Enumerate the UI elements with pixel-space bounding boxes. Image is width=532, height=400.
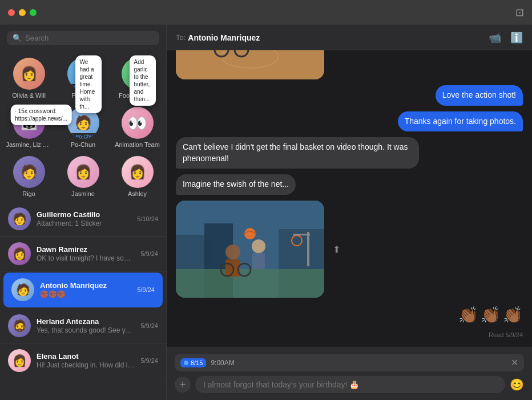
- input-bar-label: 8/15: [191, 359, 203, 366]
- main-layout: 🔍 👩 Olivia & Will We had a great time. H…: [0, 25, 532, 400]
- svg-point-15: [225, 245, 240, 259]
- pinned-avatar-animation-team: 👀: [122, 107, 154, 139]
- svg-rect-22: [307, 232, 309, 266]
- pinned-contact-jasmine2[interactable]: 👩 Jasmine: [57, 153, 110, 201]
- read-receipt: Read 5/9/24: [176, 331, 523, 338]
- pinned-contacts-grid: 👩 Olivia & Will We had a great time. Hom…: [0, 51, 166, 202]
- message-input-row: + 😊: [175, 376, 524, 393]
- pinned-badge-po-chun: Po-Chun: [67, 133, 99, 139]
- conv-date-antonio: 5/9/24: [137, 286, 155, 293]
- conv-info-dawn: Dawn Ramirez OK to visit tonight? I have…: [37, 245, 135, 262]
- close-button[interactable]: [8, 9, 15, 16]
- info-icon[interactable]: ℹ️: [510, 31, 523, 44]
- emoji-picker-icon[interactable]: 😊: [510, 378, 524, 391]
- conv-preview-guillermo: Attachment: 1 Sticker: [37, 219, 131, 227]
- message-outgoing-2: Thanks again for taking photos.: [398, 111, 523, 132]
- message-image-2-wrap: ⬆: [176, 201, 324, 298]
- conv-name-dawn: Dawn Ramirez: [37, 245, 135, 254]
- chat-header-icons: 📹 ℹ️: [489, 31, 523, 44]
- search-input-wrap[interactable]: 🔍: [7, 31, 159, 45]
- conv-date-guillermo: 5/10/24: [137, 215, 158, 222]
- pinned-label-po-chun: Po-Chun: [71, 141, 95, 148]
- add-attachment-button[interactable]: +: [175, 377, 191, 393]
- conv-name-antonio: Antonio Manriquez: [40, 281, 131, 290]
- compose-icon[interactable]: ⊡: [515, 6, 524, 19]
- pinned-contact-penpals[interactable]: We had a great time. Home with th... ✏️ …: [57, 54, 110, 102]
- conversation-item-herland[interactable]: 🧔 Herland Antezana Yes, that sounds good…: [0, 309, 166, 343]
- conv-name-herland: Herland Antezana: [37, 317, 135, 326]
- conv-name-guillermo: Guillermo Castillo: [37, 210, 131, 219]
- conv-date-dawn: 5/9/24: [140, 250, 158, 257]
- minimize-button[interactable]: [19, 9, 26, 16]
- conv-avatar-herland: 🧔: [8, 314, 31, 337]
- pinned-contact-olivia-will[interactable]: 👩 Olivia & Will: [2, 54, 55, 102]
- pinned-label-jasmine2: Jasmine: [71, 190, 95, 197]
- input-bar-time: 9:00AM: [211, 359, 234, 367]
- conversation-item-elena[interactable]: 👩 Elena Lanot Hi! Just checking in. How …: [0, 343, 166, 378]
- input-bar-close-icon[interactable]: ✕: [511, 357, 518, 368]
- pinned-contact-ashley[interactable]: 👩 Ashley: [111, 153, 164, 201]
- message-outgoing-1: Love the action shot!: [436, 85, 523, 106]
- conv-preview-herland: Yes, that sounds good! See you then.: [37, 326, 135, 334]
- chat-messages: ⬆ Love the action shot!Thanks again for …: [167, 50, 532, 347]
- pinned-contact-jasmine-liz[interactable]: · 15x crossword: https://apple.news/... …: [2, 103, 55, 151]
- pinned-label-jasmine-liz: Jasmine, Liz &...: [6, 141, 52, 148]
- chat-header: To: Antonio Manriquez 📹 ℹ️: [167, 25, 532, 50]
- conv-info-elena: Elena Lanot Hi! Just checking in. How di…: [37, 352, 135, 369]
- pinned-label-ashley: Ashley: [128, 190, 147, 197]
- conv-avatar-elena: 👩: [8, 349, 31, 372]
- message-image-2-row: ⬆: [176, 201, 523, 298]
- pinned-contact-animation-team[interactable]: 👀 Animation Team: [111, 103, 164, 151]
- message-incoming-2: Imagine the swish of the net...: [176, 174, 296, 195]
- reaction-clap-2: 👏🏾: [481, 306, 501, 325]
- conv-avatar-dawn: 👩: [8, 242, 31, 265]
- pinned-avatar-jasmine2: 👩: [67, 156, 99, 188]
- search-icon: 🔍: [13, 34, 22, 42]
- tooltip-bubble-penpals: We had a great time. Home with th...: [75, 55, 102, 113]
- video-call-icon[interactable]: 📹: [489, 31, 501, 44]
- conv-preview-antonio: 🏀🏀🏀: [40, 290, 131, 298]
- svg-point-17: [252, 239, 265, 253]
- traffic-lights: [8, 9, 37, 16]
- pinned-avatar-ashley: 👩: [122, 156, 154, 188]
- chat-area: To: Antonio Manriquez 📹 ℹ️: [167, 25, 532, 400]
- search-input[interactable]: [25, 34, 154, 42]
- conv-info-guillermo: Guillermo Castillo Attachment: 1 Sticker: [37, 210, 131, 227]
- pinned-label-rigo: Rigo: [22, 190, 35, 197]
- message-incoming-1-row: Can't believe I didn't get the final bas…: [176, 137, 523, 169]
- conversation-item-guillermo[interactable]: 🧑 Guillermo Castillo Attachment: 1 Stick…: [0, 202, 166, 237]
- reaction-clap-3: 👏🏾: [503, 306, 523, 325]
- title-bar: ⊡: [0, 0, 532, 25]
- pinned-contact-rigo[interactable]: 🧑 Rigo: [2, 153, 55, 201]
- message-input[interactable]: [195, 376, 505, 393]
- reaction-clap-1: 👏🏾: [458, 306, 478, 325]
- tooltip-bubble-jasmine-liz: · 15x crossword: https://apple.news/...: [10, 105, 72, 125]
- input-bar-dot: [184, 361, 188, 365]
- conv-avatar-guillermo: 🧑: [8, 207, 31, 230]
- conv-avatar-antonio: 🧑: [11, 278, 34, 301]
- input-type-indicator: 8/15: [180, 358, 206, 367]
- conversation-item-dawn[interactable]: 👩 Dawn Ramirez OK to visit tonight? I ha…: [0, 237, 166, 271]
- message-outgoing-1-row: Love the action shot!: [176, 85, 523, 106]
- share-image-2-button[interactable]: ⬆: [333, 243, 340, 254]
- conversation-list: 🧑 Guillermo Castillo Attachment: 1 Stick…: [0, 202, 166, 400]
- conv-date-herland: 5/9/24: [140, 322, 158, 329]
- pinned-avatar-rigo: 🧑: [13, 156, 45, 188]
- to-label: To:: [176, 33, 186, 42]
- sidebar: 🔍 👩 Olivia & Will We had a great time. H…: [0, 25, 167, 400]
- message-image-1-wrap: ⬆: [176, 50, 324, 79]
- input-bar-top: 8/15 9:00AM ✕: [175, 354, 524, 371]
- search-bar: 🔍: [0, 25, 166, 51]
- pinned-label-animation-team: Animation Team: [115, 141, 160, 148]
- conv-preview-dawn: OK to visit tonight? I have some things …: [37, 254, 135, 262]
- svg-point-21: [244, 228, 256, 239]
- basketball-image-1: [176, 50, 324, 79]
- pinned-contact-foodie-friends[interactable]: Add garlic to the butter, and then... 🍅 …: [111, 54, 164, 102]
- svg-rect-18: [252, 253, 265, 269]
- fullscreen-button[interactable]: [30, 9, 37, 16]
- conv-name-elena: Elena Lanot: [37, 352, 135, 361]
- conv-info-antonio: Antonio Manriquez 🏀🏀🏀: [40, 281, 131, 298]
- conversation-item-antonio[interactable]: 🧑 Antonio Manriquez 🏀🏀🏀 5/9/24: [3, 273, 163, 307]
- basketball-image-2: [176, 201, 324, 298]
- tooltip-bubble-foodie-friends: Add garlic to the butter, and then...: [130, 55, 156, 106]
